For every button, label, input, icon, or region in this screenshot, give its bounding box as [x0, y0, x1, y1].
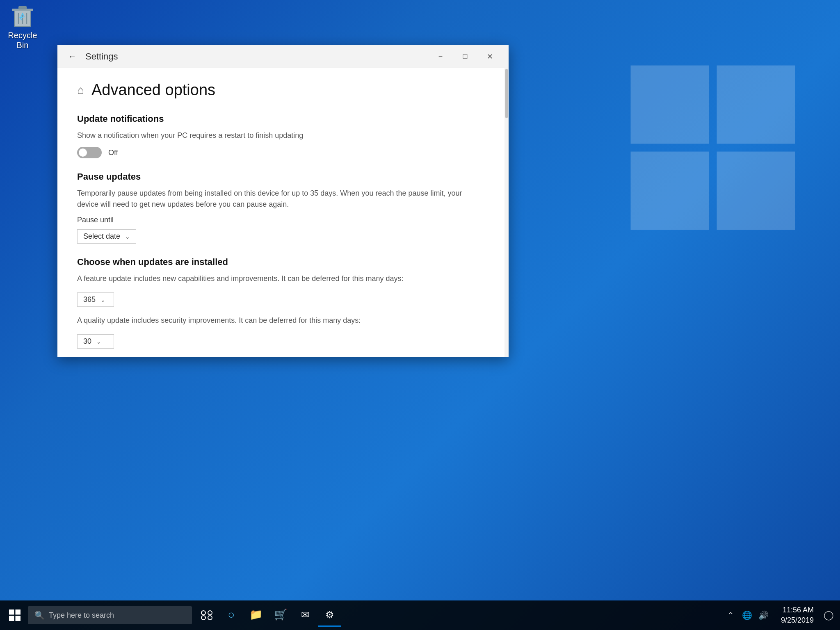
back-button[interactable]: ←: [64, 48, 80, 65]
svg-rect-12: [9, 616, 14, 621]
svg-rect-13: [16, 616, 21, 621]
scroll-bar[interactable]: [504, 68, 509, 357]
svg-rect-10: [9, 609, 14, 615]
taskbar: 🔍 Type here to search ○ 📁 🛒 ✉ ⚙ ⌃ �: [0, 600, 840, 630]
speaker-icon[interactable]: 🔊: [756, 604, 771, 627]
svg-rect-1: [717, 66, 795, 144]
file-explorer-icon[interactable]: 📁: [244, 604, 267, 627]
clock-date: 9/25/2019: [781, 615, 814, 625]
svg-rect-3: [717, 152, 795, 230]
start-button[interactable]: [3, 604, 26, 627]
choose-when-section: Choose when updates are installed A feat…: [77, 257, 485, 349]
update-notifications-toggle[interactable]: [77, 147, 102, 158]
chevron-down-icon: ⌄: [125, 233, 130, 240]
toggle-knob: [79, 148, 87, 157]
chevron-up-icon[interactable]: ⌃: [724, 604, 738, 627]
update-notifications-toggle-row: Off: [77, 147, 485, 158]
pause-until-value: Select date: [83, 232, 120, 241]
update-notifications-section: Update notifications Show a notification…: [77, 114, 485, 158]
windows-logo-bg: [627, 62, 799, 235]
clock-time: 11:56 AM: [783, 605, 814, 615]
scroll-thumb: [505, 69, 508, 118]
maximize-button[interactable]: □: [453, 48, 477, 65]
task-view-icon[interactable]: [195, 604, 218, 627]
home-icon[interactable]: ⌂: [77, 84, 84, 97]
feature-update-dropdown[interactable]: 365 ⌄: [77, 292, 114, 307]
chevron-down-icon-feature: ⌄: [100, 297, 105, 303]
search-icon: 🔍: [34, 610, 45, 620]
title-bar: ← Settings − □ ✕: [57, 45, 509, 68]
svg-rect-0: [631, 66, 709, 144]
recycle-bin-label: Recycle Bin: [4, 30, 41, 50]
recycle-bin-icon[interactable]: Recycle Bin: [4, 4, 41, 50]
settings-window: ← Settings − □ ✕ ⌂ Advanced options Upda…: [57, 45, 509, 357]
quality-update-dropdown[interactable]: 30 ⌄: [77, 334, 114, 349]
pause-until-dropdown[interactable]: Select date ⌄: [77, 229, 136, 244]
quality-update-value: 30: [83, 337, 91, 346]
mail-icon[interactable]: ✉: [294, 604, 317, 627]
svg-point-15: [208, 611, 212, 615]
main-content-area: ⌂ Advanced options Update notifications …: [57, 68, 504, 357]
pause-updates-desc: Temporarily pause updates from being ins…: [77, 188, 485, 210]
svg-rect-6: [18, 6, 27, 9]
choose-when-heading: Choose when updates are installed: [77, 257, 485, 267]
window-controls: − □ ✕: [428, 48, 502, 65]
toggle-off-label: Off: [108, 148, 118, 157]
store-icon[interactable]: 🛒: [269, 604, 292, 627]
taskbar-app-icons: ○ 📁 🛒 ✉ ⚙: [195, 604, 341, 627]
edge-icon[interactable]: ○: [220, 604, 243, 627]
update-notifications-desc: Show a notification when your PC require…: [77, 130, 485, 141]
svg-point-16: [201, 616, 205, 620]
recycle-bin-image: [10, 4, 35, 29]
pause-until-label: Pause until: [77, 216, 485, 224]
network-icon[interactable]: 🌐: [740, 604, 755, 627]
window-content: ⌂ Advanced options Update notifications …: [57, 68, 509, 357]
app-title: Settings: [85, 51, 428, 62]
update-notifications-heading: Update notifications: [77, 114, 485, 124]
pause-updates-section: Pause updates Temporarily pause updates …: [77, 171, 485, 244]
chevron-down-icon-quality: ⌄: [96, 338, 101, 345]
desktop: Recycle Bin ← Settings − □ ✕ ⌂ Advanced …: [0, 0, 840, 630]
page-title: Advanced options: [91, 81, 215, 99]
close-button[interactable]: ✕: [477, 48, 502, 65]
svg-point-14: [201, 611, 205, 615]
minimize-button[interactable]: −: [428, 48, 453, 65]
notification-icon[interactable]: ◯: [820, 604, 837, 627]
page-header: ⌂ Advanced options: [77, 81, 485, 99]
svg-rect-2: [631, 152, 709, 230]
feature-update-desc: A feature update includes new capabiliti…: [77, 273, 485, 284]
settings-icon[interactable]: ⚙: [318, 604, 341, 627]
search-placeholder: Type here to search: [49, 611, 114, 620]
taskbar-clock[interactable]: 11:56 AM 9/25/2019: [774, 600, 820, 630]
system-tray: ⌃ 🌐 🔊: [724, 604, 771, 627]
quality-update-desc: A quality update includes security impro…: [77, 315, 485, 326]
taskbar-search[interactable]: 🔍 Type here to search: [28, 606, 192, 624]
svg-point-17: [208, 616, 212, 620]
pause-updates-heading: Pause updates: [77, 171, 485, 182]
feature-update-value: 365: [83, 295, 96, 304]
svg-rect-11: [16, 609, 21, 615]
